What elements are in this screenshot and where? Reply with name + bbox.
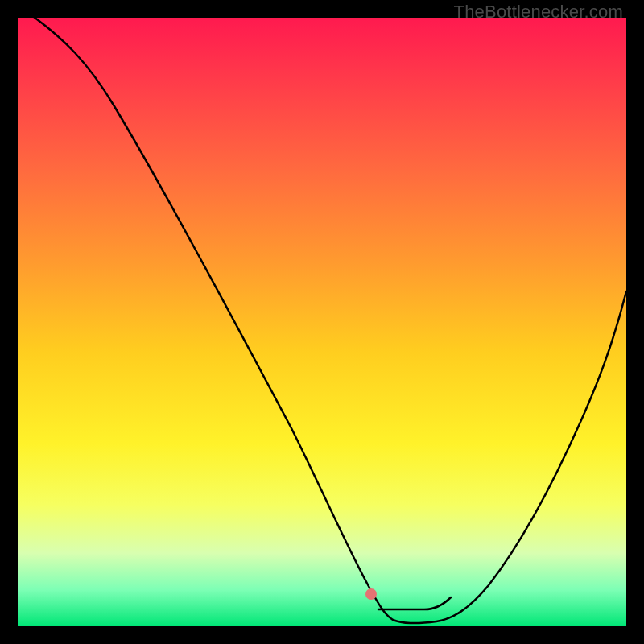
chart-frame: [18, 18, 626, 626]
chart-svg: [18, 18, 626, 626]
bottleneck-curve: [18, 18, 626, 623]
marker-dot: [365, 588, 377, 600]
marker-segment: [378, 597, 451, 609]
branding-watermark: TheBottlenecker.com: [454, 2, 623, 23]
